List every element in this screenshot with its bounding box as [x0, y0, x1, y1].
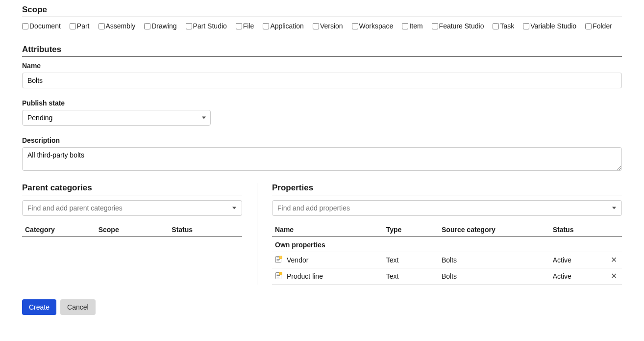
- svg-rect-11: [279, 272, 282, 275]
- scope-item-variable-studio[interactable]: Variable Studio: [523, 22, 576, 30]
- cancel-button[interactable]: Cancel: [60, 299, 96, 315]
- parent-categories-search[interactable]: [22, 200, 242, 216]
- close-icon: ✕: [611, 256, 617, 264]
- scope-checkbox[interactable]: [432, 23, 438, 29]
- property-type: Text: [383, 272, 439, 280]
- property-name-cell: Product line: [272, 272, 383, 281]
- attributes-title: Attributes: [22, 45, 622, 54]
- property-icon: [275, 256, 283, 265]
- col-name: Name: [272, 226, 383, 234]
- divider: [22, 17, 622, 17]
- scope-checkbox[interactable]: [585, 23, 592, 29]
- scope-checkbox[interactable]: [523, 23, 529, 29]
- name-label: Name: [22, 62, 622, 70]
- scope-item-task[interactable]: Task: [493, 22, 514, 30]
- scope-item-document[interactable]: Document: [22, 22, 61, 30]
- publish-state-select[interactable]: Pending: [22, 110, 211, 126]
- scope-label: Part Studio: [193, 22, 227, 30]
- scope-checkbox[interactable]: [236, 23, 242, 29]
- divider: [22, 56, 622, 57]
- col-type: Type: [383, 226, 439, 234]
- properties-table-header: Name Type Source category Status: [272, 223, 622, 237]
- scope-section: Scope DocumentPartAssemblyDrawingPart St…: [22, 5, 622, 30]
- scope-label: Folder: [593, 22, 612, 30]
- scope-checkbox[interactable]: [263, 23, 269, 29]
- property-icon: [275, 272, 283, 281]
- scope-label: Workspace: [359, 22, 394, 30]
- own-properties-group: Own properties: [272, 237, 622, 252]
- scope-label: Drawing: [151, 22, 176, 30]
- svg-rect-6: [280, 258, 282, 258]
- scope-checkbox[interactable]: [22, 23, 28, 29]
- scope-item-folder[interactable]: Folder: [585, 22, 612, 30]
- svg-rect-4: [279, 256, 282, 259]
- scope-label: Item: [409, 22, 422, 30]
- scope-item-feature-studio[interactable]: Feature Studio: [432, 22, 484, 30]
- scope-checkbox[interactable]: [99, 23, 105, 29]
- col-status: Status: [169, 226, 242, 234]
- properties-title: Properties: [272, 183, 622, 193]
- svg-rect-13: [280, 274, 282, 274]
- property-type: Text: [383, 256, 439, 264]
- svg-rect-3: [277, 261, 279, 261]
- create-button[interactable]: Create: [22, 299, 56, 315]
- property-status: Active: [550, 272, 605, 280]
- property-name-cell: Vendor: [272, 256, 383, 265]
- close-icon: ✕: [611, 272, 617, 280]
- divider: [272, 195, 622, 195]
- svg-rect-10: [277, 277, 279, 277]
- col-category: Category: [22, 226, 96, 234]
- name-input[interactable]: [22, 73, 622, 88]
- parent-categories-title: Parent categories: [22, 183, 242, 193]
- svg-rect-5: [280, 257, 282, 257]
- scope-label: Part: [77, 22, 90, 30]
- scope-item-workspace[interactable]: Workspace: [352, 22, 394, 30]
- scope-checkbox[interactable]: [402, 23, 408, 29]
- scope-item-drawing[interactable]: Drawing: [144, 22, 176, 30]
- scope-item-file[interactable]: File: [236, 22, 254, 30]
- property-source: Bolts: [439, 272, 550, 280]
- svg-rect-9: [277, 275, 280, 276]
- scope-checkbox[interactable]: [352, 23, 358, 29]
- scope-item-version[interactable]: Version: [313, 22, 343, 30]
- attributes-section: Attributes Name Publish state Pending De…: [22, 45, 622, 172]
- col-scope: Scope: [96, 226, 169, 234]
- publish-state-label: Publish state: [22, 99, 622, 107]
- property-row[interactable]: VendorTextBoltsActive✕: [272, 252, 622, 268]
- scope-item-item[interactable]: Item: [402, 22, 422, 30]
- property-name: Vendor: [287, 256, 308, 264]
- parent-table-header: Category Scope Status: [22, 223, 242, 237]
- description-label: Description: [22, 136, 622, 144]
- svg-rect-12: [280, 273, 282, 273]
- properties-search[interactable]: [272, 200, 622, 216]
- scope-checkbox[interactable]: [313, 23, 319, 29]
- parent-categories-section: Parent categories Category Scope Status: [22, 183, 257, 285]
- scope-checkbox[interactable]: [144, 23, 150, 29]
- property-source: Bolts: [439, 256, 550, 264]
- scope-item-assembly[interactable]: Assembly: [99, 22, 136, 30]
- property-row[interactable]: Product lineTextBoltsActive✕: [272, 268, 622, 285]
- scope-label: Task: [500, 22, 514, 30]
- svg-rect-2: [277, 259, 280, 260]
- scope-item-part[interactable]: Part: [70, 22, 90, 30]
- scope-title: Scope: [22, 5, 622, 15]
- description-input[interactable]: All third-party bolts: [22, 147, 622, 171]
- scope-item-part-studio[interactable]: Part Studio: [186, 22, 227, 30]
- scope-checkbox[interactable]: [186, 23, 192, 29]
- properties-section: Properties Name Type Source category Sta…: [257, 183, 622, 285]
- scope-label: Application: [270, 22, 304, 30]
- scope-checkbox[interactable]: [70, 23, 76, 29]
- action-buttons: Create Cancel: [22, 299, 622, 315]
- scope-label: File: [243, 22, 254, 30]
- remove-property-button[interactable]: ✕: [610, 271, 618, 281]
- divider: [22, 195, 242, 195]
- col-status: Status: [550, 226, 605, 234]
- scope-label: Assembly: [106, 22, 136, 30]
- property-name: Product line: [287, 272, 323, 280]
- col-source: Source category: [439, 226, 550, 234]
- scope-label: Feature Studio: [439, 22, 484, 30]
- property-status: Active: [550, 256, 605, 264]
- remove-property-button[interactable]: ✕: [610, 255, 618, 265]
- scope-checkbox[interactable]: [493, 23, 499, 29]
- scope-item-application[interactable]: Application: [263, 22, 304, 30]
